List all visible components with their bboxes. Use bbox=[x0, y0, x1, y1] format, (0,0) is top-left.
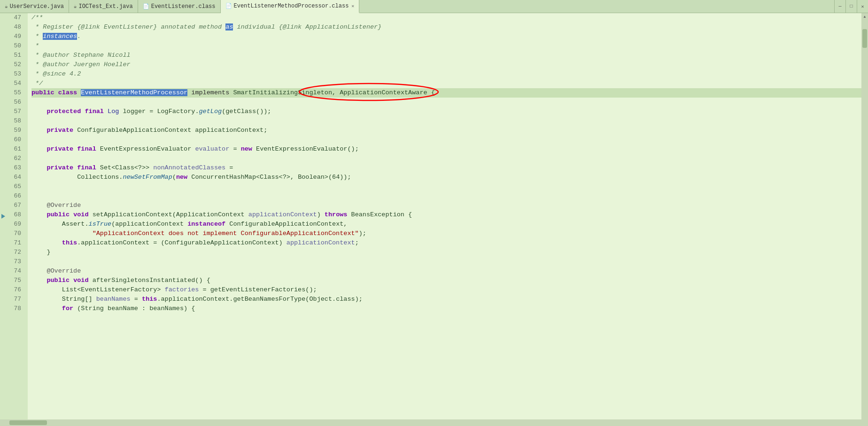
code-line-51: * @author Stephane Nicoll bbox=[31, 51, 861, 60]
line-num-47: 47 bbox=[7, 13, 24, 23]
code-line-70: "ApplicationContext does not implement C… bbox=[31, 229, 861, 238]
line-num-64: 64 bbox=[7, 173, 24, 182]
code-line-56 bbox=[31, 98, 861, 107]
code-line-57: protected final Log logger = LogFactory.… bbox=[31, 107, 861, 116]
line-num-77: 77 bbox=[7, 295, 24, 304]
code-line-58 bbox=[31, 116, 861, 126]
line-numbers: 47 48 49 50 51 52 53 54 55 56 57 58 59 6… bbox=[7, 13, 28, 426]
code-line-60 bbox=[31, 135, 861, 145]
line-num-54: 54 bbox=[7, 79, 24, 88]
line-num-52: 52 bbox=[7, 60, 24, 69]
code-line-49: * instances. bbox=[31, 32, 861, 41]
window-controls: — □ ✕ bbox=[834, 0, 868, 13]
code-line-77: String[] beanNames = this.applicationCon… bbox=[31, 295, 861, 304]
code-line-59: private ConfigurableApplicationContext a… bbox=[31, 126, 861, 135]
code-line-53: * @since 4.2 bbox=[31, 69, 861, 79]
line-num-71: 71 bbox=[7, 238, 24, 248]
breakpoint-marker bbox=[1, 213, 6, 220]
minimize-button[interactable]: — bbox=[834, 0, 845, 13]
line-num-76: 76 bbox=[7, 285, 24, 295]
line-num-74: 74 bbox=[7, 266, 24, 276]
line-num-68: 68 bbox=[7, 210, 24, 220]
code-line-65 bbox=[31, 182, 861, 191]
line-num-67: 67 bbox=[7, 201, 24, 210]
line-num-72: 72 bbox=[7, 248, 24, 257]
horizontal-scrollbar[interactable] bbox=[0, 419, 861, 426]
line-num-65: 65 bbox=[7, 182, 24, 191]
code-line-50: * bbox=[31, 41, 861, 51]
tab-eventlistener[interactable]: 📄 EventListener.class bbox=[138, 0, 221, 13]
vertical-scrollbar[interactable]: ▲ bbox=[861, 13, 868, 426]
line-num-60: 60 bbox=[7, 135, 24, 145]
close-button[interactable]: ✕ bbox=[857, 0, 868, 13]
close-tab-icon[interactable]: ✕ bbox=[351, 3, 354, 9]
line-num-62: 62 bbox=[7, 154, 24, 163]
code-line-48: * Register {@link EventListener} annotat… bbox=[31, 23, 861, 32]
code-content[interactable]: /** * Register {@link EventListener} ann… bbox=[28, 13, 861, 426]
code-line-78: for (String beanName : beanNames) { bbox=[31, 304, 861, 313]
code-line-62 bbox=[31, 154, 861, 163]
line-num-53: 53 bbox=[7, 69, 24, 79]
h-scroll-thumb[interactable] bbox=[9, 420, 47, 425]
code-line-66 bbox=[31, 191, 861, 201]
code-line-68: public void setApplicationContext(Applic… bbox=[31, 210, 861, 220]
code-line-67: @Override bbox=[31, 201, 861, 210]
line-num-56: 56 bbox=[7, 98, 24, 107]
code-line-52: * @author Juergen Hoeller bbox=[31, 60, 861, 69]
code-line-55: public class EventListenerMethodProcesso… bbox=[31, 88, 861, 98]
scroll-thumb[interactable] bbox=[862, 29, 867, 48]
editor-area: 47 48 49 50 51 52 53 54 55 56 57 58 59 6… bbox=[0, 13, 868, 426]
code-line-63: private final Set<Class<?>> nonAnnotated… bbox=[31, 163, 861, 173]
scroll-up-button[interactable]: ▲ bbox=[861, 13, 868, 20]
line-num-48: 48 bbox=[7, 23, 24, 32]
maximize-button[interactable]: □ bbox=[845, 0, 857, 13]
code-line-69: Assert.isTrue(applicationContext instanc… bbox=[31, 220, 861, 229]
code-line-71: this.applicationContext = (ConfigurableA… bbox=[31, 238, 861, 248]
line-num-59: 59 bbox=[7, 126, 24, 135]
line-num-75: 75 bbox=[7, 276, 24, 285]
line-num-55: 55 bbox=[7, 88, 24, 98]
java-icon-2: ☕ bbox=[74, 3, 77, 9]
code-line-76: List<EventListenerFactory> factories = g… bbox=[31, 285, 861, 295]
line-num-73: 73 bbox=[7, 257, 24, 266]
tab-bar: ☕ UserService.java ☕ IOCTest_Ext.java 📄 … bbox=[0, 0, 868, 13]
tab-userservice[interactable]: ☕ UserService.java bbox=[0, 0, 69, 13]
code-line-74: @Override bbox=[31, 266, 861, 276]
line-num-49: 49 bbox=[7, 32, 24, 41]
code-line-73 bbox=[31, 257, 861, 266]
class-icon-2: 📄 bbox=[225, 3, 232, 9]
code-line-64: Collections.newSetFromMap(new Concurrent… bbox=[31, 173, 861, 182]
code-line-61: private final EventExpressionEvaluator e… bbox=[31, 145, 861, 154]
line-num-51: 51 bbox=[7, 51, 24, 60]
code-line-72: } bbox=[31, 248, 861, 257]
tab-eventlistenermethodprocessor[interactable]: 📄 EventListenerMethodProcessor.class ✕ bbox=[221, 0, 360, 13]
tab-ioctest[interactable]: ☕ IOCTest_Ext.java bbox=[69, 0, 138, 13]
gutter bbox=[0, 13, 7, 426]
line-num-66: 66 bbox=[7, 191, 24, 201]
ide-window: ☕ UserService.java ☕ IOCTest_Ext.java 📄 … bbox=[0, 0, 868, 426]
java-icon: ☕ bbox=[5, 3, 8, 9]
line-num-78: 78 bbox=[7, 304, 24, 313]
class-icon: 📄 bbox=[143, 3, 149, 9]
line-num-50: 50 bbox=[7, 41, 24, 51]
code-line-47: /** bbox=[31, 13, 861, 23]
line-num-70: 70 bbox=[7, 229, 24, 238]
line-num-69: 69 bbox=[7, 220, 24, 229]
line-num-63: 63 bbox=[7, 163, 24, 173]
line-num-57: 57 bbox=[7, 107, 24, 116]
line-num-61: 61 bbox=[7, 145, 24, 154]
line-num-58: 58 bbox=[7, 116, 24, 126]
code-line-75: public void afterSingletonsInstantiated(… bbox=[31, 276, 861, 285]
code-line-54: */ bbox=[31, 79, 861, 88]
